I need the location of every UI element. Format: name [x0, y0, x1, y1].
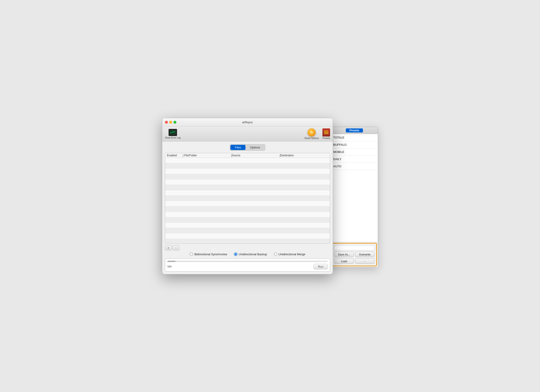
presets-footer: Save As... Overwrite Load - — [332, 243, 377, 266]
preset-item[interactable]: MOBILE — [331, 149, 378, 156]
table-row[interactable] — [165, 201, 330, 206]
presets-icon-line — [324, 133, 329, 134]
unidirectional-backup-option[interactable]: Unidirectional Backup — [234, 253, 267, 256]
merge-label: Unidirectional Merge — [279, 253, 305, 256]
presets-icon-lines — [324, 131, 329, 134]
window-body: Files Options Enabled | File/Folder |Sou… — [162, 141, 333, 274]
progress-bar-fill — [167, 261, 175, 262]
delete-preset-button[interactable]: - — [355, 258, 374, 264]
unidirectional-merge-option[interactable]: Unidirectional Merge — [274, 253, 305, 256]
table-row[interactable] — [165, 228, 330, 233]
table-header: Enabled | File/Folder |Source |Destinati… — [165, 153, 330, 158]
tab-bar: Files Options — [165, 144, 330, 151]
presets-panel-header: Presets — [331, 127, 378, 134]
presets-toolbar-button[interactable]: Presets — [322, 129, 330, 139]
monitor-icon — [169, 129, 177, 136]
preset-item[interactable]: BUFFALO — [331, 141, 378, 149]
table-row[interactable] — [165, 190, 330, 196]
presets-footer-row-2: Load - — [334, 258, 374, 264]
main-window: arRsync Show Error Log ↻ Reset Options — [162, 118, 333, 274]
progress-bar-track — [167, 261, 328, 262]
desktop: arRsync Show Error Log ↻ Reset Options — [162, 118, 378, 274]
toolbar-right: ↻ Reset Options Presets — [305, 129, 330, 139]
table-rows — [165, 158, 330, 243]
presets-footer-row-1: Save As... Overwrite — [334, 252, 374, 257]
tab-options[interactable]: Options — [245, 145, 265, 150]
table-row[interactable] — [165, 233, 330, 239]
preset-item[interactable]: DAILY — [331, 156, 378, 163]
table-row[interactable] — [165, 206, 330, 212]
col-enabled-header: Enabled — [167, 154, 183, 157]
progress-section: Idle Run — [165, 259, 330, 272]
presets-toolbar-label: Presets — [322, 137, 330, 139]
presets-panel: Presets TOTALEBUFFALOMOBILEDAILYAUTO Sav… — [331, 127, 378, 268]
col-dest-header: |Destination — [280, 154, 328, 157]
col-file-header: | File/Folder — [183, 154, 231, 157]
toolbar: Show Error Log ↻ Reset Options Pres — [162, 127, 333, 141]
presets-icon-line — [324, 132, 329, 133]
presets-header-label: Presets — [346, 129, 363, 133]
presets-icon — [322, 129, 330, 137]
bidirectional-sync-option[interactable]: Bidirectional Synchronise — [190, 253, 227, 256]
reset-options-button[interactable]: ↻ Reset Options — [305, 129, 319, 139]
minimize-button[interactable] — [169, 121, 172, 124]
show-error-log-button[interactable]: Show Error Log — [165, 129, 180, 139]
tab-group: Files Options — [230, 144, 265, 151]
table-row[interactable] — [165, 196, 330, 201]
col-source-header: |Source — [231, 154, 280, 157]
table-row[interactable] — [165, 223, 330, 228]
backup-radio-dot — [235, 253, 236, 255]
table-row[interactable] — [165, 179, 330, 185]
table-row[interactable] — [165, 169, 330, 174]
close-button[interactable] — [165, 121, 168, 124]
presets-icon-line — [324, 131, 329, 131]
table-row[interactable] — [165, 163, 330, 169]
graph-icon — [170, 131, 175, 134]
table-row[interactable] — [165, 239, 330, 243]
merge-radio[interactable] — [274, 253, 277, 256]
table-row[interactable] — [165, 158, 330, 163]
run-button[interactable]: Run — [314, 264, 328, 269]
presets-footer-top — [334, 245, 374, 250]
load-button[interactable]: Load — [334, 258, 354, 264]
window-title: arRsync — [242, 120, 253, 124]
reset-options-label: Reset Options — [305, 137, 319, 139]
bidirectional-radio[interactable] — [190, 253, 193, 256]
reset-icon: ↻ — [308, 129, 316, 137]
table-row[interactable] — [165, 217, 330, 223]
tab-files[interactable]: Files — [230, 145, 245, 150]
files-table-container: Enabled | File/Folder |Source |Destinati… — [165, 153, 330, 243]
show-error-log-label: Show Error Log — [165, 137, 180, 139]
presets-list: TOTALEBUFFALOMOBILEDAILYAUTO — [331, 134, 378, 242]
table-row[interactable] — [165, 185, 330, 190]
overwrite-button[interactable]: Overwrite — [355, 252, 374, 257]
maximize-button[interactable] — [174, 121, 176, 124]
sync-modes: Bidirectional Synchronise Unidirectional… — [165, 253, 330, 256]
table-row[interactable] — [165, 212, 330, 217]
table-actions: + - — [165, 245, 330, 250]
monitor-screen — [170, 130, 176, 135]
backup-label: Unidirectional Backup — [239, 253, 267, 256]
table-row[interactable] — [165, 174, 330, 179]
preset-item[interactable]: TOTALE — [331, 134, 378, 141]
status-text: Idle — [167, 265, 172, 268]
remove-row-button[interactable]: - — [173, 245, 179, 250]
add-row-button[interactable]: + — [165, 245, 172, 250]
status-row: Idle Run — [167, 264, 328, 269]
backup-radio[interactable] — [234, 253, 237, 256]
save-as-button[interactable]: Save As... — [334, 252, 354, 257]
title-bar: arRsync — [162, 118, 333, 127]
bidirectional-label: Bidirectional Synchronise — [194, 253, 227, 256]
traffic-lights — [165, 121, 176, 124]
preset-item[interactable]: AUTO — [331, 163, 378, 170]
preset-name-input[interactable] — [334, 245, 374, 250]
